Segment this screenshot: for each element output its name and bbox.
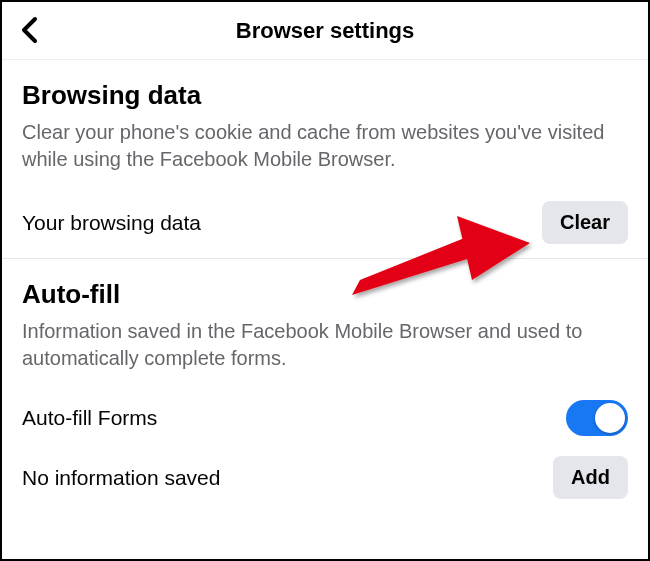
page-title: Browser settings bbox=[236, 18, 415, 44]
browsing-data-title: Browsing data bbox=[22, 80, 628, 111]
your-browsing-data-label: Your browsing data bbox=[22, 211, 201, 235]
add-button[interactable]: Add bbox=[553, 456, 628, 499]
autofill-forms-row: Auto-fill Forms bbox=[2, 390, 648, 450]
your-browsing-data-row: Your browsing data Clear bbox=[2, 191, 648, 259]
autofill-description: Information saved in the Facebook Mobile… bbox=[22, 318, 628, 372]
autofill-title: Auto-fill bbox=[22, 279, 628, 310]
header-bar: Browser settings bbox=[2, 2, 648, 60]
back-button[interactable] bbox=[20, 16, 38, 48]
toggle-knob bbox=[595, 403, 625, 433]
autofill-forms-toggle[interactable] bbox=[566, 400, 628, 436]
no-info-saved-label: No information saved bbox=[22, 466, 220, 490]
no-info-saved-row: No information saved Add bbox=[2, 450, 648, 513]
autofill-forms-label: Auto-fill Forms bbox=[22, 406, 157, 430]
autofill-section: Auto-fill Information saved in the Faceb… bbox=[2, 259, 648, 372]
browsing-data-description: Clear your phone's cookie and cache from… bbox=[22, 119, 628, 173]
browsing-data-section: Browsing data Clear your phone's cookie … bbox=[2, 60, 648, 173]
clear-button[interactable]: Clear bbox=[542, 201, 628, 244]
chevron-left-icon bbox=[20, 16, 38, 44]
